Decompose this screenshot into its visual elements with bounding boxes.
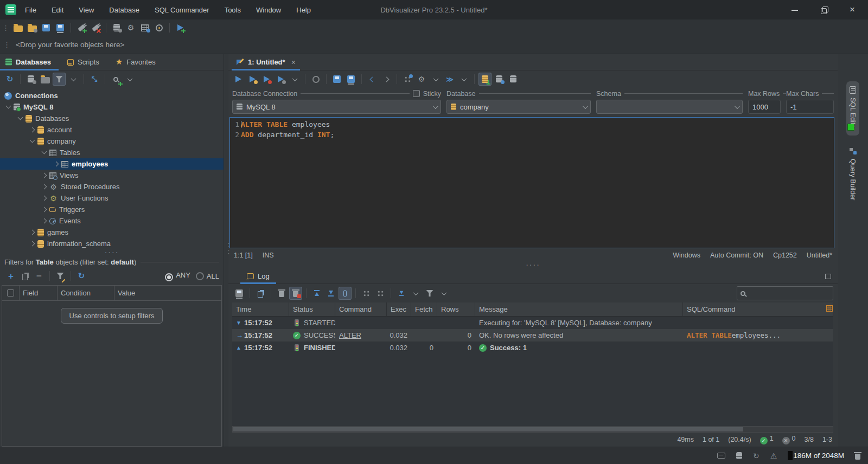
log-row[interactable]: →15:17:52✓SUCCESSALTER0.0320OK. No rows … [232, 329, 833, 341]
close-button[interactable]: × [850, 6, 855, 14]
memory-indicator[interactable]: 186M of 2048M [788, 451, 844, 460]
collapse-all-button[interactable]: ⤡ [88, 73, 101, 86]
create-database-connection-button[interactable] [110, 21, 123, 34]
continue-on-error-button[interactable]: ≫ [443, 73, 456, 86]
transaction-log-button[interactable] [507, 73, 520, 86]
maximize-log-icon[interactable] [825, 274, 831, 279]
stop-button[interactable] [309, 73, 322, 86]
filters-col-value[interactable]: Value [114, 286, 221, 300]
execute-current-button[interactable] [246, 73, 259, 86]
right-tab-query-builder[interactable]: Query Builder [846, 143, 859, 205]
database-select[interactable]: company [446, 100, 591, 114]
menu-file[interactable]: File [25, 6, 36, 14]
tab-close-icon[interactable]: × [291, 58, 296, 67]
execute-buffer-button[interactable] [260, 73, 273, 86]
filter-log-button[interactable] [423, 287, 436, 300]
chevron-down-icon[interactable] [40, 149, 48, 157]
chevron-right-icon[interactable] [52, 160, 60, 168]
formatter-dropdown-button[interactable] [429, 73, 442, 86]
menu-help[interactable]: Help [296, 6, 311, 14]
scroll-to-bottom-button[interactable] [324, 287, 337, 300]
open-recent-button[interactable] [25, 21, 39, 34]
tree-item-databases[interactable]: Databases [0, 113, 224, 124]
copy-log-button[interactable] [254, 287, 267, 300]
database-status-icon[interactable] [736, 452, 742, 459]
chevron-right-icon[interactable] [28, 229, 36, 236]
save-script-as-button[interactable] [344, 73, 358, 86]
create-folder-button[interactable] [39, 73, 52, 86]
tree-item-company[interactable]: company [0, 136, 224, 147]
menu-tools[interactable]: Tools [225, 6, 241, 14]
database-connection-select[interactable]: MySQL 8 [232, 100, 441, 114]
sidebar-tab-favorites[interactable]: ★Favorites [116, 54, 156, 70]
tree-item-connections[interactable]: Connections [0, 90, 224, 101]
log-col-command[interactable]: Command [335, 302, 387, 316]
tree-item-mysql-8[interactable]: MySQL 8 [0, 101, 224, 113]
disconnect-button[interactable] [89, 21, 102, 34]
continue-dropdown-button[interactable] [457, 73, 470, 86]
log-row[interactable]: ▲15:17:52FINISHED0.03200✓Success: 1 [232, 341, 833, 354]
tree-item-user-functions[interactable]: ⚙User Functions [0, 192, 224, 204]
log-col-fetch[interactable]: Fetch [411, 302, 437, 316]
menu-edit[interactable]: Edit [52, 6, 63, 14]
sql-formatter-button[interactable]: ⚙ [415, 73, 428, 86]
expand-icon[interactable]: ▲ [236, 345, 244, 351]
chevron-down-icon[interactable] [28, 138, 36, 145]
tree-item-stored-procedures[interactable]: ⚙Stored Procedures [0, 181, 224, 192]
open-file-button[interactable] [11, 21, 24, 34]
scheduler-button[interactable] [138, 21, 151, 34]
apply-filters-button[interactable]: ↻ [75, 269, 88, 282]
filters-col-field[interactable]: Field [19, 286, 57, 300]
clear-log-button[interactable] [275, 287, 288, 300]
filter-objects-button[interactable] [53, 73, 66, 86]
tree-item-account[interactable]: account [0, 124, 224, 136]
remove-filter-button[interactable]: − [33, 269, 46, 282]
chevron-right-icon[interactable] [40, 172, 48, 179]
collapse-all-log-button[interactable] [374, 287, 387, 300]
log-col-sql-command[interactable]: SQL/Command [683, 302, 833, 316]
filters-select-all-checkbox[interactable] [7, 289, 14, 297]
tab-log[interactable]: Log [244, 269, 273, 283]
execute-explain-button[interactable] [274, 73, 287, 86]
menu-window[interactable]: Window [256, 6, 281, 14]
chevron-down-icon[interactable] [4, 104, 12, 111]
all-radio[interactable]: ALL [196, 272, 219, 280]
chevron-right-icon[interactable] [28, 240, 36, 248]
locate-object-button[interactable] [109, 73, 122, 86]
scroll-to-top-button[interactable] [310, 287, 323, 300]
tree-item-events[interactable]: Events [0, 215, 224, 227]
menu-view[interactable]: View [79, 6, 94, 14]
tree-item-views[interactable]: Views [0, 170, 224, 181]
next-statement-button[interactable] [380, 73, 393, 86]
command-link[interactable]: ALTER [339, 331, 361, 339]
tree-item-tables[interactable]: Tables [0, 147, 224, 158]
chevron-right-icon[interactable] [40, 183, 48, 191]
chevron-right-icon[interactable] [40, 206, 48, 214]
chevron-right-icon[interactable] [40, 195, 48, 202]
refresh-objects-button[interactable]: ↻ [3, 73, 16, 86]
history-button[interactable] [152, 21, 165, 34]
max-chars-input[interactable]: -1 [786, 100, 834, 114]
tree-item-employees[interactable]: employees [0, 158, 224, 170]
max-rows-input[interactable]: 1000 [748, 100, 781, 114]
log-col-rows[interactable]: Rows [437, 302, 475, 316]
sticky-checkbox[interactable] [413, 90, 420, 97]
expand-icon[interactable]: ▼ [236, 320, 244, 326]
restore-button[interactable] [820, 6, 828, 14]
previous-statement-button[interactable] [366, 73, 379, 86]
filter-log-dropdown[interactable] [437, 287, 450, 300]
filters-col-condition[interactable]: Condition [57, 286, 114, 300]
tab-untitled[interactable]: 1: Untitled* × [232, 54, 300, 70]
connection-monitor-icon[interactable] [717, 453, 725, 459]
toolbar-drag-handle[interactable]: ⋮ [2, 24, 8, 32]
connect-button[interactable] [75, 21, 88, 34]
log-col-exec[interactable]: Exec [387, 302, 411, 316]
editor-log-splitter[interactable]: ···· [228, 262, 838, 269]
chevron-right-icon[interactable] [28, 126, 36, 134]
log-col-message[interactable]: Message [475, 302, 683, 316]
filter-dropdown-button[interactable] [67, 73, 80, 86]
rollback-button[interactable] [493, 73, 506, 86]
minimize-button[interactable] [791, 6, 799, 14]
collapse-rows-button[interactable] [395, 287, 408, 300]
log-col-time[interactable]: Time [232, 302, 289, 316]
